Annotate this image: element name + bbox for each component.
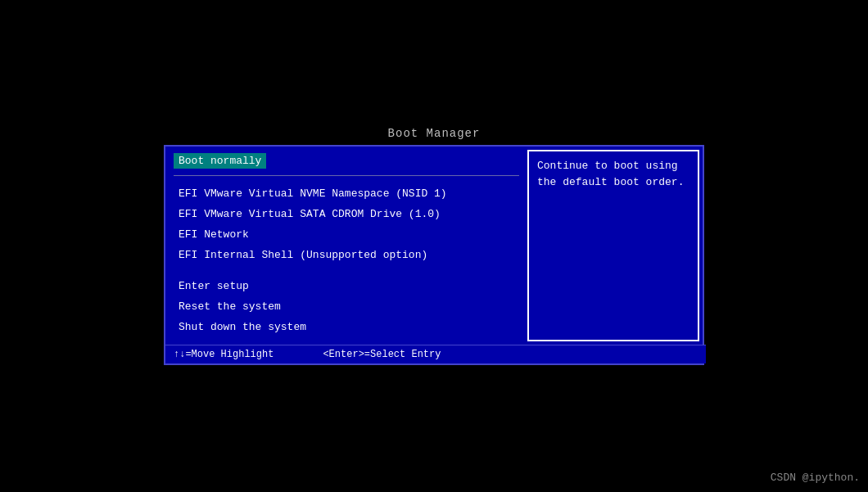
menu-item-efi-nvme[interactable]: EFI VMware Virtual NVME Namespace (NSID … [174,184,519,205]
boot-manager-box: Boot normally EFI VMware Virtual NVME Na… [164,145,704,365]
move-hint: ↑↓=Move Highlight [174,349,274,360]
help-text-line2: the default boot order. [537,176,684,188]
selected-item[interactable]: Boot normally [174,153,266,169]
menu-item-efi-shell[interactable]: EFI Internal Shell (Unsupported option) [174,246,519,266]
window-title: Boot Manager [388,127,481,140]
menu-item-reset-system[interactable]: Reset the system [174,297,519,318]
help-text-line1: Continue to boot using [537,160,678,172]
menu-separator [174,265,519,277]
menu-item-shutdown-system[interactable]: Shut down the system [174,318,519,338]
left-panel: Boot normally EFI VMware Virtual NVME Na… [165,147,527,345]
watermark: CSDN @ipython. [771,472,860,484]
menu-item-efi-network[interactable]: EFI Network [174,225,519,246]
status-bar: ↑↓=Move Highlight <Enter>=Select Entry [165,345,706,363]
right-panel: Continue to boot using the default boot … [527,150,699,341]
select-hint: <Enter>=Select Entry [323,349,441,360]
boot-manager-inner: Boot normally EFI VMware Virtual NVME Na… [165,147,703,345]
divider [174,175,519,176]
menu-item-efi-sata[interactable]: EFI VMware Virtual SATA CDROM Drive (1.0… [174,205,519,225]
screen: Boot Manager Boot normally EFI VMware Vi… [0,0,868,492]
menu-item-enter-setup[interactable]: Enter setup [174,277,519,297]
